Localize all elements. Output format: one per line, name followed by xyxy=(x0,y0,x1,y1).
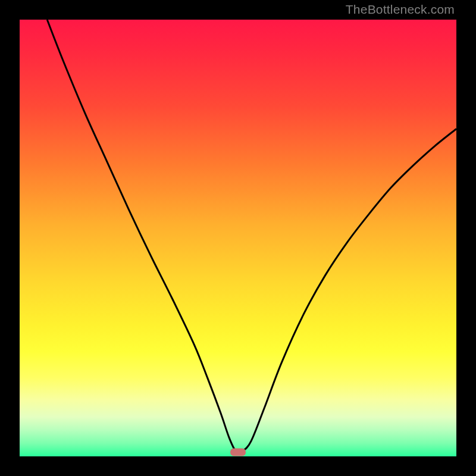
watermark-text: TheBottleneck.com xyxy=(346,2,455,17)
optimal-point-marker xyxy=(230,448,246,456)
chart-frame: TheBottleneck.com xyxy=(0,0,476,476)
bottleneck-curve xyxy=(20,20,456,456)
plot-area xyxy=(20,20,456,456)
